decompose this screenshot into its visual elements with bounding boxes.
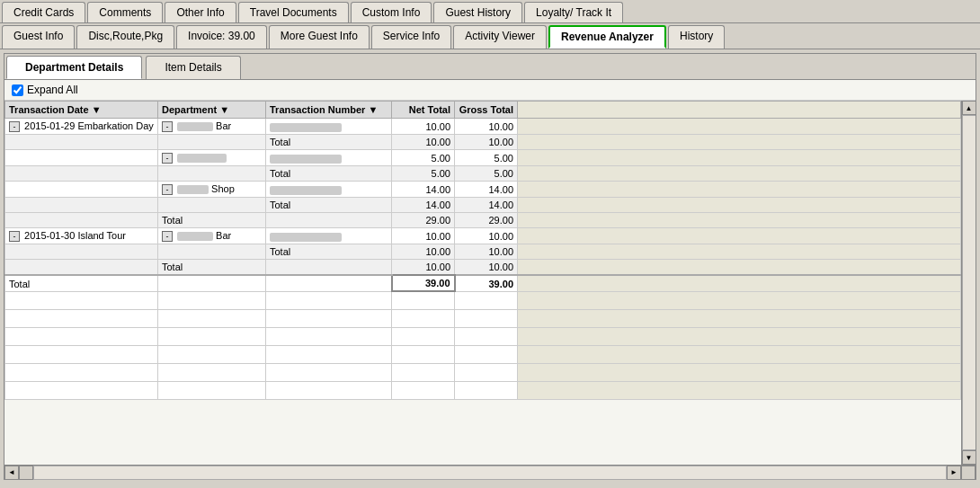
table-wrapper: Transaction Date ▼ Department ▼ Transact… xyxy=(4,101,976,465)
extra-cell xyxy=(518,228,961,244)
sub-tab-department-details[interactable]: Department Details xyxy=(6,56,142,79)
extra-cell xyxy=(518,198,961,213)
tab-comments[interactable]: Comments xyxy=(87,2,163,22)
date-cell xyxy=(5,182,158,198)
top-tab-bar: Credit Cards Comments Other Info Travel … xyxy=(0,0,980,23)
collapse-icon-5[interactable]: - xyxy=(9,231,20,242)
gross-cell: 10.00 xyxy=(455,260,518,276)
trans-cell xyxy=(266,119,392,135)
scroll-track[interactable] xyxy=(962,115,976,450)
tab-service-info[interactable]: Service Info xyxy=(371,25,451,49)
header-trans-number[interactable]: Transaction Number ▼ xyxy=(266,102,392,119)
dept-cell: - Shop xyxy=(158,182,266,198)
date-cell xyxy=(5,198,158,213)
date-cell xyxy=(5,213,158,228)
empty-row xyxy=(5,327,961,345)
gross-cell: 10.00 xyxy=(455,119,518,135)
table-row: - Shop 14.00 14.00 xyxy=(5,182,961,198)
tab-invoice[interactable]: Invoice: 39.00 xyxy=(176,25,267,49)
collapse-icon-2[interactable]: - xyxy=(162,121,173,132)
scroll-up-button[interactable]: ▲ xyxy=(962,101,976,115)
tab-loyalty-track-it[interactable]: Loyalty/ Track It xyxy=(524,2,623,22)
collapse-icon-3[interactable]: - xyxy=(162,153,173,164)
table-row: Total 14.00 14.00 xyxy=(5,198,961,213)
dept-cell xyxy=(158,275,266,291)
corner-block xyxy=(961,466,976,480)
trans-cell xyxy=(266,275,392,291)
collapse-icon-4[interactable]: - xyxy=(162,184,173,195)
gross-cell: 14.00 xyxy=(455,182,518,198)
header-trans-date[interactable]: Transaction Date ▼ xyxy=(5,102,158,119)
header-department[interactable]: Department ▼ xyxy=(158,102,266,119)
sub-tab-bar: Department Details Item Details xyxy=(4,54,976,80)
extra-cell xyxy=(518,166,961,182)
gross-cell: 14.00 xyxy=(455,198,518,213)
tab-guest-history[interactable]: Guest History xyxy=(433,2,522,22)
empty-row xyxy=(5,363,961,381)
collapse-icon[interactable]: - xyxy=(9,121,20,132)
header-gross-total: Gross Total xyxy=(455,102,518,119)
gross-cell: 5.00 xyxy=(455,166,518,182)
extra-cell xyxy=(518,275,961,291)
header-net-total: Net Total xyxy=(392,102,455,119)
scroll-down-button[interactable]: ▼ xyxy=(962,450,976,465)
net-cell: 5.00 xyxy=(392,166,455,182)
scroll-thumb[interactable] xyxy=(19,466,33,480)
tab-revenue-analyzer[interactable]: Revenue Analyzer xyxy=(548,25,666,49)
table-row: Total 10.00 10.00 xyxy=(5,244,961,260)
expand-all-checkbox[interactable] xyxy=(12,84,23,96)
empty-row xyxy=(5,291,961,309)
extra-cell xyxy=(518,150,961,166)
date-cell xyxy=(5,244,158,260)
trans-cell xyxy=(266,182,392,198)
expand-all-row: Expand All xyxy=(4,80,976,101)
empty-row xyxy=(5,381,961,399)
horizontal-scrollbar: ◄ ► xyxy=(4,465,976,479)
tab-other-info[interactable]: Other Info xyxy=(165,2,236,22)
revenue-table: Transaction Date ▼ Department ▼ Transact… xyxy=(4,101,961,400)
trans-cell: Total xyxy=(266,135,392,150)
net-cell: 10.00 xyxy=(392,228,455,244)
extra-cell xyxy=(518,135,961,150)
trans-cell xyxy=(266,150,392,166)
trans-cell xyxy=(266,228,392,244)
gross-cell: 5.00 xyxy=(455,150,518,166)
extra-cell xyxy=(518,244,961,260)
dept-cell: - Bar xyxy=(158,228,266,244)
tab-guest-info[interactable]: Guest Info xyxy=(2,25,75,49)
net-cell: 10.00 xyxy=(392,244,455,260)
collapse-icon-6[interactable]: - xyxy=(162,231,173,242)
net-cell: 5.00 xyxy=(392,150,455,166)
gross-cell: 10.00 xyxy=(455,228,518,244)
sub-tab-item-details[interactable]: Item Details xyxy=(146,56,240,79)
tab-activity-viewer[interactable]: Activity Viewer xyxy=(453,25,547,49)
extra-cell xyxy=(518,260,961,276)
dept-cell xyxy=(158,198,266,213)
scroll-left-button[interactable]: ◄ xyxy=(4,466,19,480)
net-cell: 14.00 xyxy=(392,182,455,198)
tab-travel-documents[interactable]: Travel Documents xyxy=(238,2,349,22)
date-cell: - 2015-01-30 Island Tour xyxy=(5,228,158,244)
tab-credit-cards[interactable]: Credit Cards xyxy=(2,2,85,22)
dept-cell: - xyxy=(158,150,266,166)
empty-row xyxy=(5,345,961,363)
dept-cell: Total xyxy=(158,260,266,276)
tab-more-guest-info[interactable]: More Guest Info xyxy=(269,25,370,49)
empty-row xyxy=(5,309,961,327)
scroll-right-button[interactable]: ► xyxy=(947,466,961,480)
extra-cell xyxy=(518,213,961,228)
tab-disc-route-pkg[interactable]: Disc,Route,Pkg xyxy=(76,25,174,49)
second-tab-bar: Guest Info Disc,Route,Pkg Invoice: 39.00… xyxy=(0,23,980,49)
dept-cell xyxy=(158,135,266,150)
trans-cell xyxy=(266,213,392,228)
net-cell: 10.00 xyxy=(392,119,455,135)
gross-cell: 10.00 xyxy=(455,244,518,260)
h-scroll-track[interactable] xyxy=(33,466,947,480)
dept-cell: - Bar xyxy=(158,119,266,135)
net-cell: 10.00 xyxy=(392,260,455,276)
tab-custom-info[interactable]: Custom Info xyxy=(351,2,432,22)
date-cell xyxy=(5,260,158,276)
table-row: Total 29.00 29.00 xyxy=(5,213,961,228)
tab-history[interactable]: History xyxy=(668,25,725,49)
grand-total-label: Total xyxy=(5,275,158,291)
